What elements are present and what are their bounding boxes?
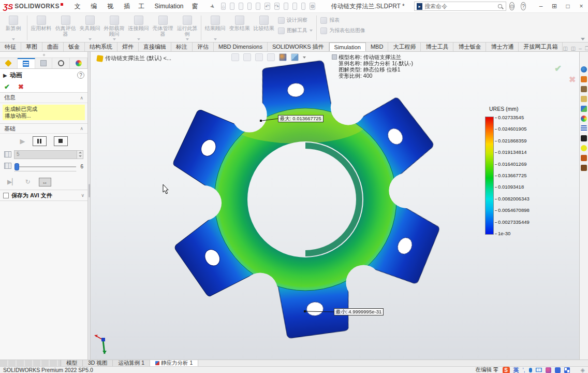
tab-annotations[interactable]: 标注 [171,42,193,51]
tab-features[interactable]: 特征 [0,42,21,51]
shell-manager-button[interactable]: 壳体管理器 [151,15,175,41]
ime-menu-icon[interactable] [564,367,570,373]
ime-language-toggle[interactable]: 英 [513,366,519,373]
previous-view-icon[interactable] [255,53,263,61]
save-avi-section[interactable]: 保存为 AVI 文件 ∨ [0,190,87,201]
maximize-button[interactable]: □ [561,3,575,10]
panel-help-icon[interactable]: ? [77,71,84,79]
search-icon[interactable] [498,4,502,8]
slider-track[interactable] [14,166,76,167]
tag-visibility-icon[interactable]: ◈ [581,367,585,373]
frames-spinner[interactable]: 5 [14,150,83,159]
design-library-icon[interactable] [581,86,587,92]
command-search[interactable]: ▸ [414,2,506,11]
collapse-chevron-icon[interactable]: ∧ [80,126,83,131]
layout-button[interactable]: ⊞ [548,3,561,10]
deformed-result-button[interactable]: 变形结果 [227,15,252,41]
view-orientation-icon[interactable] [291,53,299,61]
tab-structure-system[interactable]: 结构系统 [85,42,117,51]
login-user-icon[interactable]: ⊙ [509,2,514,10]
pause-button[interactable] [33,136,47,146]
breadcrumb[interactable]: 传动链支撑法兰 (默认) <... [97,54,171,62]
undo-icon[interactable]: ↶ [264,3,270,10]
motion-study-tab[interactable]: 运动算例 1 [113,360,150,366]
design-insight-button[interactable]: 设计洞察 [278,17,313,24]
info-section-header[interactable]: 信息 ∧ [0,93,87,103]
home-icon[interactable]: ⌂ [221,3,226,10]
spin-up-icon[interactable] [77,151,83,155]
voice-input-icon[interactable] [529,368,532,372]
new-document-icon[interactable] [230,3,234,10]
home-tab-icon[interactable] [581,76,587,82]
play-button-icon[interactable]: ▶ [20,137,25,145]
simulation-evaluator-button[interactable]: 仿真评估器 [53,15,78,41]
slider-thumb[interactable] [14,163,19,170]
menu-file[interactable]: 文件(F) [70,0,86,13]
search-input[interactable] [424,3,498,9]
ime-toolbox-icon[interactable] [555,367,561,373]
property-manager-tab[interactable] [18,58,35,68]
collapse-chevron-icon[interactable]: ∧ [80,95,83,101]
tab-solidworks-addins[interactable]: SOLIDWORKS 插件 [268,42,329,51]
tab-direct-editing[interactable]: 直接编辑 [139,42,171,51]
new-study-button[interactable]: 新算例 [1,15,25,41]
view-palette-icon[interactable] [581,106,587,112]
menu-edit[interactable]: 编辑(E) [86,0,103,13]
minimize-button[interactable]: – [534,3,548,10]
run-study-button[interactable]: 运行此算例 [175,15,199,41]
fixtures-advisor-button[interactable]: 夹具顾问 [78,15,102,41]
menu-simulation[interactable]: Simulation [151,0,188,13]
zoom-to-area-icon[interactable] [243,53,251,61]
apply-material-button[interactable]: 应用材料 [29,15,53,41]
pin-menu-icon[interactable]: ➤ [209,2,216,10]
connections-advisor-button[interactable]: 连接顾问 [126,15,151,41]
results-advisor-button[interactable]: 结果顾问 [203,15,227,41]
doc-next-window-icon[interactable]: ◫ [571,46,576,51]
configuration-manager-tab[interactable] [35,58,53,68]
doc-restore-icon[interactable]: ❐ [585,46,588,51]
static-study-tab[interactable]: 静应力分析 1 [150,360,198,366]
external-loads-advisor-button[interactable]: 外部载荷顾问 [102,15,126,41]
print-icon[interactable] [256,3,260,10]
feature-manager-tab[interactable] [0,58,18,68]
dropdown-arrow-icon[interactable] [303,56,306,59]
stop-button[interactable] [54,136,68,146]
forum-icon[interactable] [581,135,587,141]
menu-view[interactable]: 视图(V) [103,0,120,13]
normal-playback-icon[interactable]: ▶▏ [7,178,17,185]
basics-section-header[interactable]: 基础 ∧ [0,123,87,134]
panel-grip[interactable] [0,52,87,58]
reciprocate-playback-button[interactable]: ↔ [39,178,51,187]
file-explorer-icon[interactable] [581,96,587,102]
tab-kaibawang-toolbox[interactable]: 开拔网工具箱 [519,42,563,51]
report-button[interactable]: 报表 [320,17,365,24]
compare-results-button[interactable]: 比较结果 [252,15,276,41]
include-image-for-report-button[interactable]: 为报表包括图像 [320,27,365,34]
tab-sketch[interactable]: 草图 [21,42,42,51]
confirmation-corner-ok-icon[interactable]: ✔ [554,63,562,74]
tab-boshi-sheet-metal[interactable]: 博士钣金 [453,42,486,51]
edit-appearance-icon[interactable] [279,53,287,61]
model-tab[interactable]: 模型 [61,360,83,366]
rebuild-icon[interactable] [292,3,297,10]
addin-tab2-icon[interactable] [581,165,587,171]
options-gear-icon[interactable]: ⚙ [310,3,315,10]
tab-boshi-tools[interactable]: 博士工具 [421,42,453,51]
dimxpert-manager-tab[interactable] [52,58,70,68]
spin-down-icon[interactable] [77,154,83,159]
graphics-viewport[interactable]: 传动链支撑法兰 (默认) <... 模型名称: 传动链支撑法兰 算例名称: 静应… [91,52,579,360]
tab-evaluate[interactable]: 评估 [193,42,214,51]
doc-prev-window-icon[interactable]: ◫ [563,46,567,51]
plot-tools-button[interactable]: 图解工具 [278,27,313,34]
tab-mbd[interactable]: MBD [366,42,388,51]
select-icon[interactable] [284,3,288,10]
ok-check-icon[interactable]: ✔ [4,83,10,91]
menu-window[interactable]: 窗口(W) [188,0,206,13]
loop-playback-icon[interactable]: ↻ [25,178,30,185]
file-properties-icon[interactable] [301,3,306,10]
tab-surfaces[interactable]: 曲面 [42,42,64,51]
custom-properties-icon[interactable] [581,125,587,132]
tab-da-gong-cheng-shi[interactable]: 大工程师 [388,42,421,51]
cancel-x-icon[interactable]: ✖ [18,83,24,91]
tab-boshi-fangtong[interactable]: 博士方通 [486,42,519,51]
